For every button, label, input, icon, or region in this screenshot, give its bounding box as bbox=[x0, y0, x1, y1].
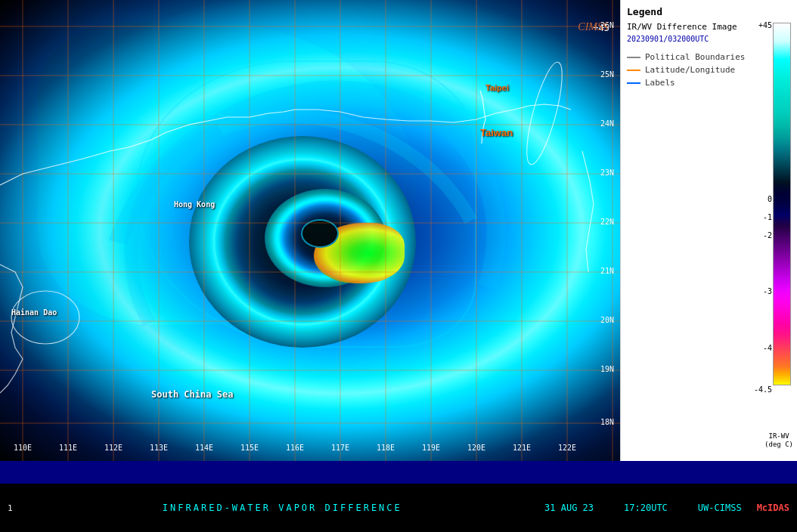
lon-label-121e: 121E bbox=[513, 444, 531, 452]
lon-label-119e: 119E bbox=[422, 444, 440, 452]
hong-kong-label: Hong Kong bbox=[174, 200, 215, 209]
lat-label-20n: 20N bbox=[600, 316, 614, 324]
lat-label-19n: 19N bbox=[600, 365, 614, 373]
lon-label-111e: 111E bbox=[59, 444, 77, 452]
labels-dash bbox=[627, 82, 640, 84]
scale-tick-minus45: -4.5 bbox=[754, 385, 772, 394]
lon-label-112e: 112E bbox=[104, 444, 122, 452]
status-frame-number: 1 bbox=[8, 503, 13, 513]
scale-tick-plus45: +45 bbox=[758, 21, 772, 29]
lat-lon-label: Latitude/Longitude bbox=[645, 65, 735, 75]
lon-label-117e: 117E bbox=[331, 444, 349, 452]
main-container: 26N 25N 24N 23N 22N 21N 20N 19N 18N 110E… bbox=[0, 0, 797, 532]
boundaries-overlay bbox=[0, 0, 620, 461]
lat-label-18n: 18N bbox=[600, 418, 614, 426]
south-china-sea-label: South China Sea bbox=[151, 389, 233, 400]
lon-label-116e: 116E bbox=[286, 444, 304, 452]
political-boundaries-dash bbox=[627, 57, 640, 58]
hainan-dao-label: Hainan Dao bbox=[11, 308, 57, 317]
lon-label-113e: 113E bbox=[150, 444, 168, 452]
labels-label: Labels bbox=[645, 78, 675, 88]
cimss-logo: CIMSS bbox=[578, 21, 608, 33]
scale-tick-0: 0 bbox=[768, 195, 772, 203]
lat-label-25n: 25N bbox=[600, 70, 614, 79]
status-software: McIDAS bbox=[757, 503, 789, 513]
political-boundaries-label: Political Boundaries bbox=[645, 52, 745, 62]
lon-label-110e: 110E bbox=[14, 444, 32, 452]
legend-title: Legend bbox=[627, 6, 791, 17]
scale-tick-minus3: -3 bbox=[763, 287, 772, 295]
lon-label-114e: 114E bbox=[195, 444, 213, 452]
scale-tick-minus1: -1 bbox=[763, 213, 772, 221]
lon-label-115e: 115E bbox=[240, 444, 259, 452]
lat-lon-dash bbox=[627, 70, 640, 71]
legend-labels: Labels bbox=[627, 78, 791, 88]
lon-label-120e: 120E bbox=[467, 444, 485, 452]
legend-political-boundaries: Political Boundaries bbox=[627, 52, 791, 62]
lat-label-21n: 21N bbox=[600, 267, 614, 275]
status-time: 17:20UTC bbox=[624, 503, 668, 513]
legend-datetime: 20230901/032000UTC bbox=[627, 35, 791, 43]
lon-label-122e: 122E bbox=[558, 444, 576, 452]
scale-tick-minus4: -4 bbox=[763, 344, 772, 352]
legend-lat-lon: Latitude/Longitude bbox=[627, 65, 791, 75]
status-bar: 1 INFRARED-WATER VAPOR DIFFERENCE 31 AUG… bbox=[0, 484, 797, 532]
lat-label-23n: 23N bbox=[600, 169, 614, 177]
status-date: 31 AUG 23 bbox=[544, 503, 594, 513]
scale-unit-label: IR-WV(deg C) bbox=[764, 432, 793, 450]
taiwan-label: Taiwan bbox=[480, 127, 513, 138]
lon-label-118e: 118E bbox=[377, 444, 395, 452]
svg-point-23 bbox=[11, 291, 79, 344]
scale-tick-minus2: -2 bbox=[763, 231, 772, 240]
color-scale-bar bbox=[773, 23, 791, 385]
lat-label-24n: 24N bbox=[600, 119, 614, 128]
satellite-image-area: 26N 25N 24N 23N 22N 21N 20N 19N 18N 110E… bbox=[0, 0, 797, 484]
lat-label-22n: 22N bbox=[600, 218, 614, 226]
legend-panel: Legend IR/WV Difference Image 20230901/0… bbox=[620, 0, 797, 461]
status-image-title: INFRARED-WATER VAPOR DIFFERENCE bbox=[36, 503, 529, 513]
taipei-label: Taipei bbox=[485, 83, 509, 92]
status-source: UW-CIMSS bbox=[698, 503, 742, 513]
